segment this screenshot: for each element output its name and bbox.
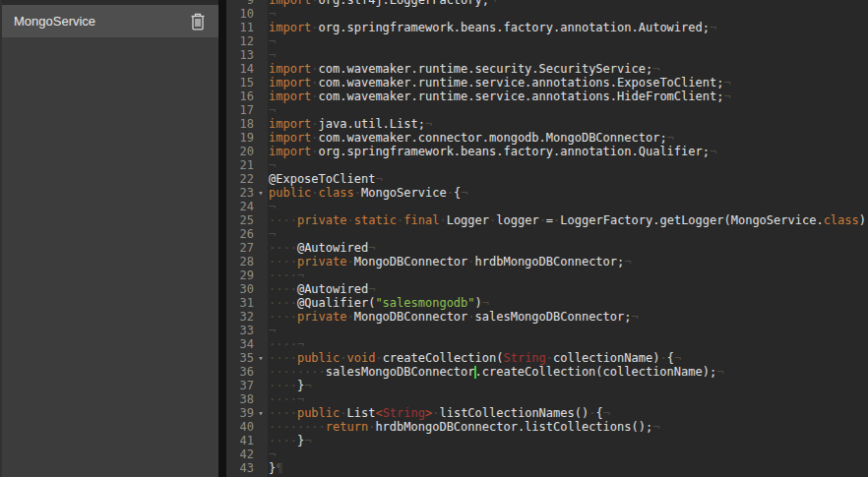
code-text[interactable]: ········salesMongoDBConnector.createColl… (268, 365, 868, 379)
code-line[interactable]: 43}¶ (226, 461, 868, 475)
line-number: 12 (226, 34, 254, 48)
fold-arrow-icon[interactable]: ▾ (254, 351, 268, 365)
code-text[interactable]: import·org.slf4j.LoggerFactory;¬ (268, 0, 868, 7)
line-number: 26 (226, 227, 254, 241)
code-text[interactable]: ¬ (268, 7, 868, 21)
code-line[interactable]: 20import·org.springframework.beans.facto… (226, 145, 868, 158)
code-line[interactable]: 23▾public·class·MongoService·{¬ (226, 186, 868, 200)
fold-spacer (254, 227, 268, 241)
code-text[interactable]: ····private·MongoDBConnector·salesMongoD… (268, 310, 868, 324)
code-line[interactable]: 15import·com.wavemaker.runtime.service.a… (226, 76, 868, 89)
gutter-cell: 36 (226, 365, 268, 379)
line-number: 14 (226, 62, 254, 76)
code-text[interactable]: ¬ (268, 103, 868, 117)
code-line[interactable]: 13¬ (226, 48, 868, 62)
code-text[interactable]: ····public·void·createCollection(String·… (268, 351, 868, 365)
code-text[interactable]: ····@Autowired¬ (268, 282, 868, 296)
code-line[interactable]: 28····private·MongoDBConnector·hrdbMongo… (226, 255, 868, 268)
line-number: 22 (226, 172, 254, 186)
code-line[interactable]: 39▾····public·List<String>·listCollectio… (226, 406, 868, 420)
fold-spacer (254, 21, 268, 34)
code-line[interactable]: 35▾····public·void·createCollection(Stri… (226, 351, 868, 365)
line-number: 13 (226, 48, 254, 62)
code-text[interactable]: ¬ (268, 324, 868, 337)
code-text[interactable]: import·com.wavemaker.runtime.service.ann… (268, 76, 868, 89)
code-line[interactable]: 12¬ (226, 34, 868, 48)
code-line[interactable]: 38····¬ (226, 392, 868, 406)
sidebar-editor-divider[interactable] (218, 0, 226, 477)
code-text[interactable]: ¬ (268, 48, 868, 62)
code-line[interactable]: 37····}¬ (226, 379, 868, 392)
code-line[interactable]: 21¬ (226, 158, 868, 172)
code-line[interactable]: 16import·com.wavemaker.runtime.service.a… (226, 89, 868, 103)
code-line[interactable]: 27····@Autowired¬ (226, 241, 868, 255)
eol-marker: ¬ (269, 7, 276, 21)
code-line[interactable]: 9import·org.slf4j.LoggerFactory;¬ (226, 0, 868, 7)
gutter-cell: 20 (226, 145, 268, 158)
line-number: 9 (226, 0, 254, 7)
code-line[interactable]: 11import·org.springframework.beans.facto… (226, 21, 868, 34)
code-text[interactable]: @ExposeToClient¬ (268, 172, 868, 186)
code-text[interactable]: import·org.springframework.beans.factory… (268, 145, 868, 158)
eol-marker: ¬ (269, 447, 276, 461)
code-line[interactable]: 17¬ (226, 103, 868, 117)
gutter-cell: 33 (226, 324, 268, 337)
code-line[interactable]: 40········return·hrdbMongoDBConnector.li… (226, 420, 868, 434)
code-text[interactable]: import·com.wavemaker.runtime.service.ann… (268, 89, 868, 103)
code-text[interactable]: import·com.wavemaker.runtime.security.Se… (268, 62, 868, 76)
line-number: 24 (226, 200, 254, 213)
code-text[interactable]: ········return·hrdbMongoDBConnector.list… (268, 420, 868, 434)
line-number: 11 (226, 21, 254, 34)
code-text[interactable]: ····¬ (268, 268, 868, 282)
code-text[interactable]: }¶ (268, 461, 868, 475)
code-line[interactable]: 14import·com.wavemaker.runtime.security.… (226, 62, 868, 76)
gutter-cell: 39▾ (226, 406, 268, 420)
code-line[interactable]: 42¬ (226, 447, 868, 461)
code-text[interactable]: ····¬ (268, 392, 868, 406)
code-line[interactable]: 31····@Qualifier("salesmongodb")¬ (226, 296, 868, 310)
code-text[interactable]: public·class·MongoService·{¬ (268, 186, 868, 200)
code-text[interactable]: ¬ (268, 158, 868, 172)
code-line[interactable]: 29····¬ (226, 268, 868, 282)
code-text[interactable]: ····}¬ (268, 434, 868, 447)
code-line[interactable]: 19import·com.wavemaker.connector.mongodb… (226, 131, 868, 145)
eol-marker: ¬ (269, 158, 276, 172)
sidebar-item-mongoservice[interactable]: MongoService (2, 5, 218, 37)
code-text[interactable]: ····public·List<String>·listCollectionNa… (268, 406, 868, 420)
code-text[interactable]: ¬ (268, 200, 868, 213)
code-line[interactable]: 24¬ (226, 200, 868, 213)
code-line[interactable]: 36········salesMongoDBConnector.createCo… (226, 365, 868, 379)
code-text[interactable]: ····private·static·final·Logger·logger·=… (268, 213, 868, 227)
code-line[interactable]: 32····private·MongoDBConnector·salesMong… (226, 310, 868, 324)
code-text[interactable]: ¬ (268, 447, 868, 461)
gutter-cell: 30 (226, 282, 268, 296)
code-text[interactable]: ····@Autowired¬ (268, 241, 868, 255)
code-text[interactable]: ····¬ (268, 337, 868, 351)
code-text[interactable]: import·com.wavemaker.connector.mongodb.M… (268, 131, 868, 145)
code-line[interactable]: 41····}¬ (226, 434, 868, 447)
fold-spacer (254, 365, 268, 379)
code-text[interactable]: ¬ (268, 227, 868, 241)
code-line[interactable]: 33¬ (226, 324, 868, 337)
code-line[interactable]: 25····private·static·final·Logger·logger… (226, 213, 868, 227)
code-line[interactable]: 22@ExposeToClient¬ (226, 172, 868, 186)
code-line[interactable]: 26¬ (226, 227, 868, 241)
eol-marker: ¬ (652, 62, 659, 76)
gutter-cell: 32 (226, 310, 268, 324)
code-text[interactable]: import·org.springframework.beans.factory… (268, 21, 868, 34)
code-line[interactable]: 18import·java.util.List;¬ (226, 117, 868, 131)
code-line[interactable]: 34····¬ (226, 337, 868, 351)
code-text[interactable]: ····@Qualifier("salesmongodb")¬ (268, 296, 868, 310)
code-text[interactable]: ····private·MongoDBConnector·hrdbMongoDB… (268, 255, 868, 268)
delete-service-button[interactable] (187, 11, 209, 32)
code-editor[interactable]: 9import·org.slf4j.LoggerFactory;¬10¬11im… (226, 0, 868, 477)
fold-spacer (254, 117, 268, 131)
fold-arrow-icon[interactable]: ▾ (254, 186, 268, 200)
code-line[interactable]: 10¬ (226, 7, 868, 21)
eol-marker: ¬ (710, 145, 716, 158)
code-line[interactable]: 30····@Autowired¬ (226, 282, 868, 296)
code-text[interactable]: ····}¬ (268, 379, 868, 392)
fold-arrow-icon[interactable]: ▾ (254, 406, 268, 420)
code-text[interactable]: import·java.util.List;¬ (268, 117, 868, 131)
code-text[interactable]: ¬ (268, 34, 868, 48)
